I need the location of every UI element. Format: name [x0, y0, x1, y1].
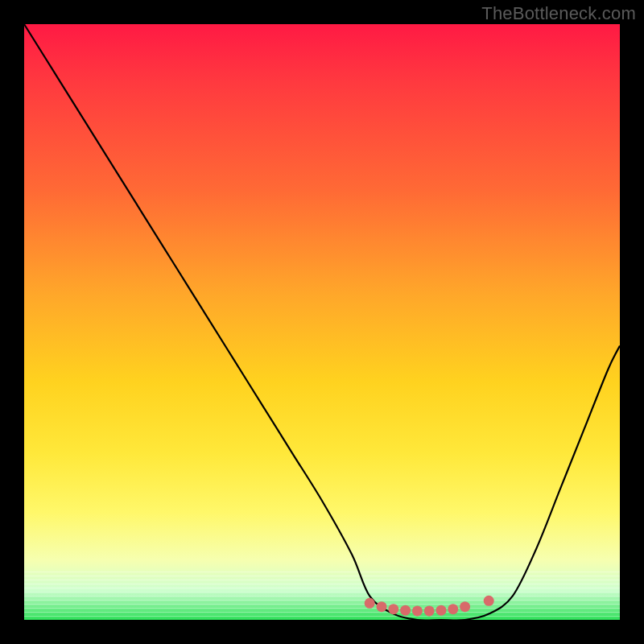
curve-marker	[436, 605, 447, 616]
curve-markers	[365, 596, 494, 617]
curve-marker	[424, 605, 435, 616]
chart-container: TheBottleneck.com	[0, 0, 644, 644]
curve-marker	[412, 605, 423, 616]
curve-marker	[377, 601, 387, 612]
brand-watermark: TheBottleneck.com	[481, 3, 636, 24]
curve-marker	[460, 601, 470, 612]
curve-marker	[365, 598, 375, 609]
curve-marker	[448, 604, 458, 614]
plot-area	[24, 24, 620, 620]
bottleneck-curve	[24, 24, 620, 621]
curve-layer	[24, 24, 620, 620]
curve-marker	[388, 604, 398, 614]
curve-marker	[484, 596, 494, 606]
curve-marker	[400, 605, 411, 616]
